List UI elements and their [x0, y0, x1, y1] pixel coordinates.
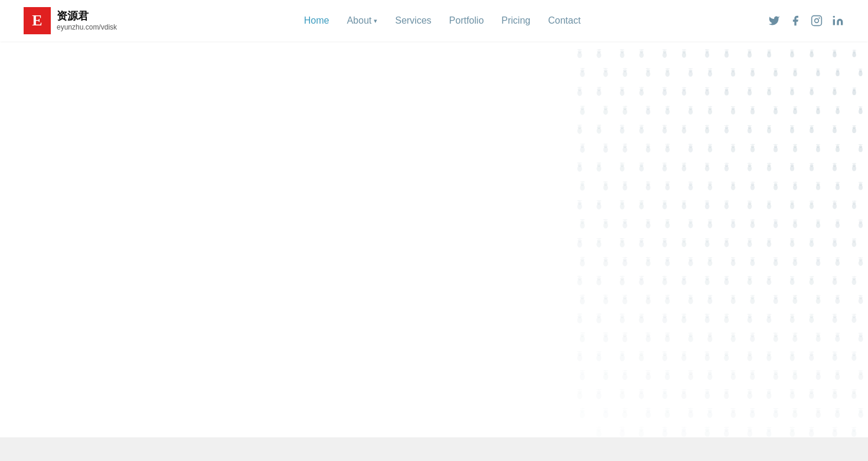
logo-chinese: 资源君 [57, 10, 117, 23]
linkedin-icon[interactable] [831, 14, 844, 27]
logo-text: 资源君 eyunzhu.com/vdisk [57, 10, 117, 31]
nav-portfolio[interactable]: Portfolio [449, 15, 484, 26]
chevron-down-icon: ▾ [374, 17, 377, 25]
twitter-icon[interactable] [768, 14, 781, 27]
main-nav: Home About ▾ Services Portfolio Pricing … [304, 15, 581, 26]
nav-services[interactable]: Services [395, 15, 431, 26]
bottom-bar [0, 437, 868, 461]
svg-rect-3 [833, 20, 835, 25]
nav-contact[interactable]: Contact [548, 15, 580, 26]
social-links [768, 14, 844, 27]
site-header: E 资源君 eyunzhu.com/vdisk Home About ▾ Ser… [0, 0, 868, 41]
nav-pricing[interactable]: Pricing [501, 15, 530, 26]
nav-home[interactable]: Home [304, 15, 329, 26]
nav-about[interactable]: About ▾ [347, 15, 377, 26]
logo[interactable]: E 资源君 eyunzhu.com/vdisk [24, 7, 117, 34]
svg-rect-0 [812, 16, 822, 26]
instagram-icon[interactable] [810, 14, 823, 27]
logo-url: eyunzhu.com/vdisk [57, 23, 117, 31]
decorative-pattern [561, 41, 868, 461]
svg-point-1 [815, 19, 819, 23]
logo-icon: E [24, 7, 51, 34]
main-content [0, 0, 868, 461]
facebook-icon[interactable] [789, 14, 802, 27]
svg-point-2 [819, 18, 820, 18]
svg-point-4 [833, 16, 835, 18]
